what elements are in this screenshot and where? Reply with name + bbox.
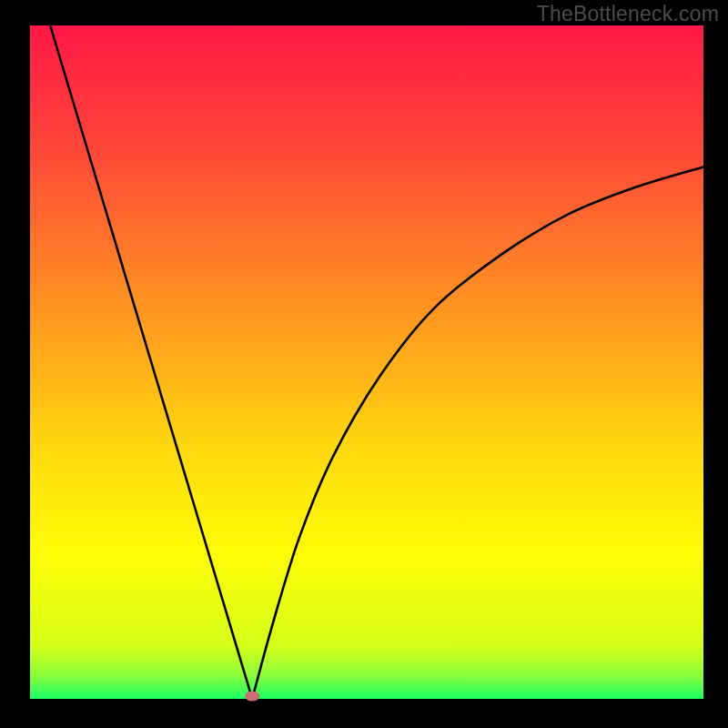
plot-background	[30, 25, 703, 699]
chart-frame: TheBottleneck.com	[0, 0, 728, 728]
bottleneck-chart	[0, 0, 728, 728]
minimum-dot	[245, 692, 259, 702]
watermark-text: TheBottleneck.com	[537, 2, 719, 26]
